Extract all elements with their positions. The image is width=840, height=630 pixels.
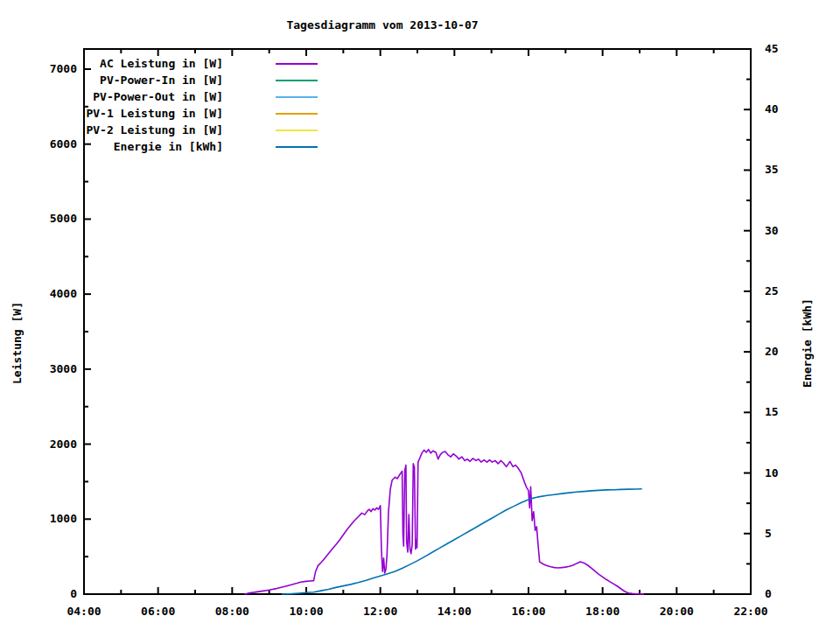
y2-tick-label: 40	[765, 102, 779, 116]
x-tick-label: 14:00	[438, 605, 472, 618]
legend-line-sample	[276, 146, 318, 148]
y2-tick-label: 20	[765, 345, 779, 358]
x-tick-label: 06:00	[141, 605, 175, 618]
y2-tick-label: 5	[765, 527, 772, 540]
y2-tick-label: 30	[765, 224, 779, 237]
legend-item-3: PV-Power-Out in [W]	[0, 88, 318, 105]
legend-item-5: PV-2 Leistung in [W]	[0, 122, 318, 138]
y2-tick-label: 0	[765, 587, 772, 600]
x-tick-label: 20:00	[660, 605, 694, 618]
legend-line-sample	[276, 113, 318, 115]
x-tick-label: 12:00	[363, 605, 397, 618]
y-tick-label: 3000	[50, 362, 77, 375]
series-line-6	[283, 489, 642, 594]
x-tick-label: 18:00	[585, 605, 620, 618]
legend: AC Leistung in [W]PV-Power-In in [W]PV-P…	[0, 55, 318, 155]
legend-label: PV-1 Leistung in [W]	[0, 107, 223, 120]
y-tick-label: 0	[70, 587, 77, 600]
x-tick-label: 22:00	[733, 605, 767, 618]
y2-tick-label: 45	[765, 42, 779, 55]
y2-tick-label: 35	[765, 163, 779, 176]
y2-tick-label: 10	[765, 466, 779, 480]
legend-label: AC Leistung in [W]	[0, 57, 223, 70]
legend-line-sample	[276, 96, 318, 98]
y-tick-label: 5000	[50, 212, 77, 225]
series-line-1	[245, 450, 643, 594]
legend-line-sample	[276, 130, 318, 131]
legend-line-sample	[276, 80, 318, 81]
x-tick-label: 10:00	[289, 605, 323, 618]
y2-tick-label: 25	[765, 284, 779, 298]
legend-item-6: Energie in [kWh]	[0, 138, 318, 155]
legend-item-2: PV-Power-In in [W]	[0, 72, 318, 88]
y-tick-label: 4000	[50, 287, 77, 300]
legend-label: PV-Power-Out in [W]	[0, 90, 223, 103]
y2-tick-label: 15	[765, 405, 779, 418]
legend-item-4: PV-1 Leistung in [W]	[0, 105, 318, 122]
daily-diagram-screen: Tagesdiagramm vom 2013-10-07 Leistung [W…	[0, 0, 840, 630]
legend-item-1: AC Leistung in [W]	[0, 55, 318, 72]
legend-line-sample	[276, 63, 318, 65]
legend-label: PV-Power-In in [W]	[0, 74, 223, 87]
x-tick-label: 08:00	[215, 605, 249, 618]
x-tick-label: 16:00	[511, 605, 545, 618]
y-tick-label: 1000	[50, 512, 77, 525]
y-tick-label: 2000	[50, 438, 77, 451]
legend-label: PV-2 Leistung in [W]	[0, 123, 223, 136]
legend-label: Energie in [kWh]	[0, 140, 223, 153]
x-tick-label: 04:00	[66, 605, 101, 618]
